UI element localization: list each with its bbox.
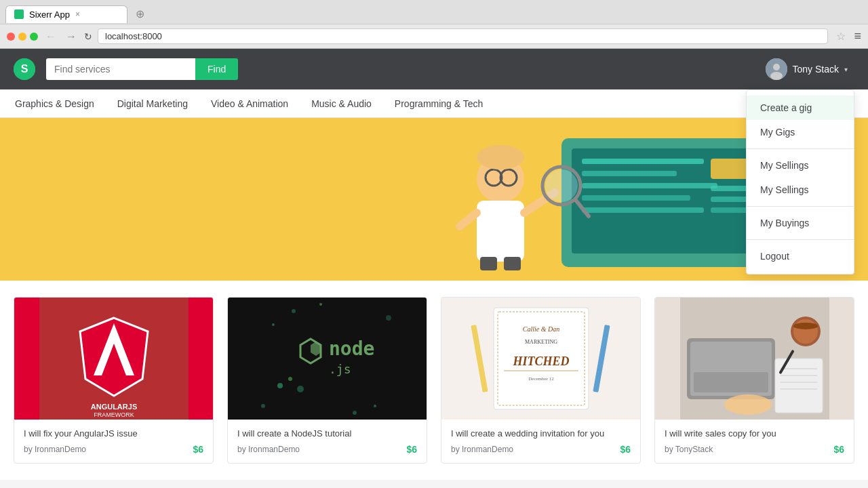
svg-text:ANGULARJS: ANGULARJS xyxy=(90,403,136,411)
browser-menu-icon[interactable]: ≡ xyxy=(854,29,861,43)
card-title-nodejs: I will create a NodeJS tutorial xyxy=(237,428,417,440)
nav-item-programming-tech[interactable]: Programming & Tech xyxy=(393,89,484,118)
card-image-nodejs: node .js xyxy=(228,298,427,420)
svg-point-36 xyxy=(272,323,275,326)
tab-title: Sixerr App xyxy=(29,9,70,20)
svg-rect-10 xyxy=(582,195,690,201)
card-title-wedding: I will create a wedding invitation for y… xyxy=(451,428,631,440)
svg-rect-26 xyxy=(480,257,497,270)
app-container: S Find Tony Stack ▾ Create a gig My Gigs… xyxy=(0,49,868,480)
dropdown-my-sellings[interactable]: My Sellings xyxy=(747,153,854,178)
avatar xyxy=(766,58,787,80)
user-name-label: Tony Stack xyxy=(793,64,839,75)
card-price-wedding: $6 xyxy=(620,444,631,455)
search-input[interactable] xyxy=(46,58,195,80)
card-body-nodejs: I will create a NodeJS tutorial by Ironm… xyxy=(228,420,427,463)
card-price-nodejs: $6 xyxy=(406,444,417,455)
card-title-copy: I will write sales copy for you xyxy=(665,428,844,440)
card-price-copy: $6 xyxy=(833,444,844,455)
user-dropdown-menu: Create a gig My Gigs My Sellings My Sell… xyxy=(746,89,854,274)
svg-point-67 xyxy=(793,323,818,329)
dropdown-my-buyings[interactable]: My Sellings xyxy=(747,178,854,202)
svg-rect-8 xyxy=(582,171,677,176)
bookmark-icon[interactable]: ☆ xyxy=(836,30,846,43)
dropdown-logout[interactable]: Logout xyxy=(747,244,854,268)
user-menu-button[interactable]: Tony Stack ▾ xyxy=(759,54,854,84)
nav-item-video-animation[interactable]: Video & Animation xyxy=(210,89,290,118)
close-window-button[interactable] xyxy=(7,33,15,41)
active-tab[interactable]: Sixerr App × xyxy=(5,5,127,23)
card-body-angular: I will fix your AngularJS issue by Ironm… xyxy=(14,420,213,463)
chevron-down-icon: ▾ xyxy=(844,66,848,73)
dropdown-my-gigs[interactable]: My Gigs xyxy=(747,120,854,144)
gig-card-nodejs[interactable]: node .js I will create a NodeJS tutorial… xyxy=(227,297,427,464)
logo: S xyxy=(14,58,35,80)
forward-button[interactable]: → xyxy=(64,29,79,44)
card-image-wedding: Callie & Dan MARKETING HITCHED December … xyxy=(441,298,640,420)
gig-cards-section: ANGULARJS FRAMEWORK I will fix your Angu… xyxy=(0,281,868,480)
svg-rect-35 xyxy=(253,298,402,420)
angular-logo-svg: ANGULARJS FRAMEWORK xyxy=(39,298,189,420)
card-footer-wedding: by IronmanDemo $6 xyxy=(451,444,631,455)
logo-icon: S xyxy=(14,58,35,80)
gig-card-wedding[interactable]: Callie & Dan MARKETING HITCHED December … xyxy=(441,297,641,464)
svg-text:Callie & Dan: Callie & Dan xyxy=(522,325,559,333)
search-button[interactable]: Find xyxy=(195,58,238,80)
dropdown-divider-3 xyxy=(747,239,854,240)
svg-text:HITCHED: HITCHED xyxy=(512,354,569,368)
svg-point-49 xyxy=(297,386,304,392)
svg-point-23 xyxy=(545,169,578,202)
dropdown-my-profile[interactable]: My Buyings xyxy=(747,211,854,235)
svg-point-38 xyxy=(374,405,376,407)
card-footer-copy: by TonyStack $6 xyxy=(665,444,844,455)
nav-item-digital-marketing[interactable]: Digital Marketing xyxy=(116,89,189,118)
card-author-copy: by TonyStack xyxy=(665,445,713,454)
svg-rect-68 xyxy=(775,359,823,413)
svg-point-39 xyxy=(386,315,391,321)
svg-line-25 xyxy=(460,213,477,226)
copy-svg xyxy=(680,298,829,420)
card-body-wedding: I will create a wedding invitation for y… xyxy=(441,420,640,463)
new-tab-icon: ⊕ xyxy=(136,7,144,20)
dropdown-create-gig[interactable]: Create a gig xyxy=(747,96,854,120)
nav-item-music-audio[interactable]: Music & Audio xyxy=(310,89,373,118)
wedding-svg: Callie & Dan MARKETING HITCHED December … xyxy=(467,298,616,420)
card-footer-angular: by IronmanDemo $6 xyxy=(24,444,203,455)
maximize-window-button[interactable] xyxy=(30,33,38,41)
svg-rect-27 xyxy=(504,257,521,270)
minimize-window-button[interactable] xyxy=(18,33,26,41)
card-author-angular: by IronmanDemo xyxy=(24,445,86,454)
svg-text:MARKETING: MARKETING xyxy=(525,339,557,345)
card-image-angular: ANGULARJS FRAMEWORK xyxy=(14,298,213,420)
svg-rect-9 xyxy=(582,183,717,188)
svg-text:December 12: December 12 xyxy=(528,376,554,382)
svg-text:FRAMEWORK: FRAMEWORK xyxy=(94,411,134,418)
svg-rect-64 xyxy=(694,372,768,392)
inactive-tab[interactable]: ⊕ xyxy=(130,4,252,24)
avatar-icon xyxy=(766,58,787,80)
browser-controls: ← → ↻ ☆ ≡ xyxy=(0,24,868,48)
svg-point-41 xyxy=(319,303,322,306)
svg-point-28 xyxy=(477,145,524,169)
traffic-lights xyxy=(7,33,38,41)
close-tab-button[interactable]: × xyxy=(75,9,80,19)
svg-point-40 xyxy=(261,404,265,408)
dropdown-divider-1 xyxy=(747,148,854,149)
svg-point-47 xyxy=(277,383,283,388)
card-price-angular: $6 xyxy=(193,444,203,455)
nodejs-logo-svg: node .js xyxy=(253,298,402,420)
nav-item-graphics-design[interactable]: Graphics & Design xyxy=(14,89,96,118)
svg-text:.js: .js xyxy=(329,362,351,376)
address-bar[interactable] xyxy=(98,28,828,44)
back-button[interactable]: ← xyxy=(43,29,58,44)
gig-card-angular[interactable]: ANGULARJS FRAMEWORK I will fix your Angu… xyxy=(14,297,214,464)
svg-text:node: node xyxy=(329,338,374,360)
svg-point-37 xyxy=(292,309,296,313)
card-body-copy: I will write sales copy for you by TonyS… xyxy=(655,420,854,463)
card-author-nodejs: by IronmanDemo xyxy=(237,445,300,454)
card-image-copy xyxy=(655,298,854,420)
refresh-button[interactable]: ↻ xyxy=(84,31,92,42)
card-author-wedding: by IronmanDemo xyxy=(451,445,513,454)
gig-card-copy[interactable]: I will write sales copy for you by TonyS… xyxy=(654,297,854,464)
dropdown-divider-2 xyxy=(747,206,854,207)
